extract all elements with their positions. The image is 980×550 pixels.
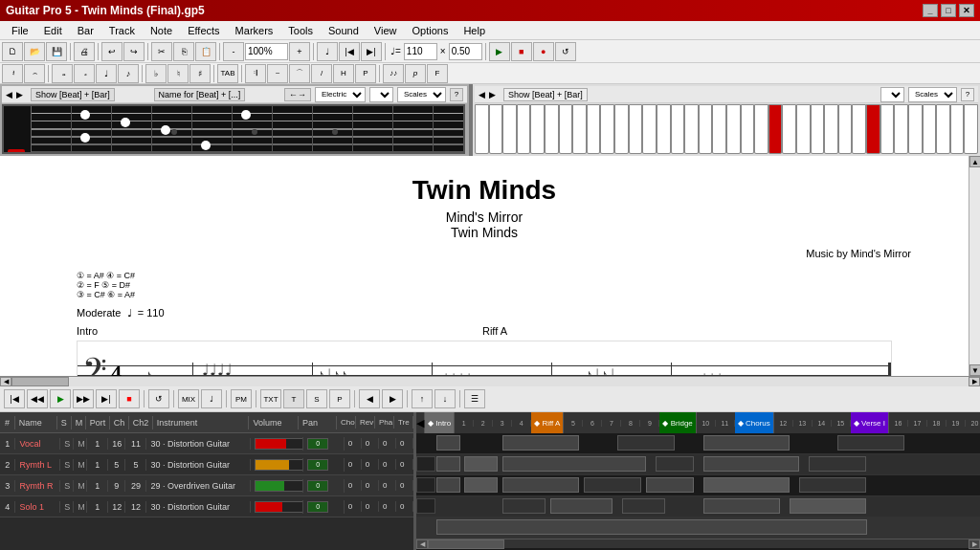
menu-tools[interactable]: Tools — [280, 23, 321, 38]
bt-t-btn[interactable]: T — [283, 389, 304, 408]
bt-stop-btn[interactable]: ■ — [119, 389, 140, 408]
track-2-m[interactable]: M — [74, 459, 87, 471]
track-4-volume[interactable]: 90 — [251, 500, 303, 514]
bt-up-btn[interactable]: ↑ — [412, 389, 433, 408]
prev-page-btn[interactable]: |◀ — [339, 42, 360, 61]
new-btn[interactable]: 🗋 — [2, 42, 23, 61]
natural-btn[interactable]: ♮ — [167, 64, 189, 83]
fb-info-btn[interactable]: ? — [450, 88, 463, 101]
menu-edit[interactable]: Edit — [36, 23, 70, 38]
track-4-s[interactable]: S — [60, 501, 74, 513]
repeat-btn[interactable]: 𝄇 — [245, 64, 266, 83]
piano-roll-blocks-3[interactable] — [416, 475, 980, 495]
fb-scale[interactable]: Scales — [397, 87, 446, 102]
fingering-btn[interactable]: F — [427, 64, 448, 83]
open-btn[interactable]: 📂 — [24, 42, 45, 61]
close-btn[interactable]: ✕ — [959, 4, 974, 17]
copy-btn[interactable]: ⎘ — [173, 42, 194, 61]
music-staff[interactable]: 𝄢 4 4 𝅘𝅥𝅯 ♩♩♩♩ ♪♩♪♪ ♩♩♩♩ ♪♩♪♩ ♩♩♩ — [77, 341, 892, 376]
half-note-btn[interactable]: 𝅗 — [74, 64, 95, 83]
piano-roll-blocks-4[interactable] — [416, 496, 980, 517]
bend-btn[interactable]: ⌒ — [289, 64, 310, 83]
hscroll-right-btn[interactable]: ▶ — [969, 377, 980, 386]
next-page-btn[interactable]: ▶| — [361, 42, 382, 61]
track-1-volume[interactable]: 90 — [251, 437, 303, 451]
scroll-down-btn[interactable]: ▼ — [969, 364, 980, 376]
track-4-pan[interactable]: 0 — [303, 500, 345, 514]
bt-col-btn[interactable]: ☰ — [464, 389, 485, 408]
redo-btn[interactable]: ↪ — [123, 42, 145, 61]
piano-keyboard[interactable] — [475, 104, 978, 154]
bt-play-btn[interactable]: ▶ — [50, 389, 71, 408]
loop-btn[interactable]: ↺ — [555, 42, 576, 61]
quarter-note-btn[interactable]: ♩ — [96, 64, 117, 83]
menu-bar[interactable]: Bar — [70, 23, 101, 38]
cut-btn[interactable]: ✂ — [151, 42, 172, 61]
record-btn[interactable]: ● — [533, 42, 554, 61]
hammer-btn[interactable]: H — [333, 64, 354, 83]
scroll-up-btn[interactable]: ▲ — [969, 156, 980, 167]
piano-roll-row-5[interactable] — [416, 517, 980, 539]
piano-roll-row-3[interactable] — [416, 475, 980, 496]
track-2-pan[interactable]: 0 — [303, 458, 345, 472]
speed-input[interactable] — [449, 43, 482, 60]
pn-prev-btn[interactable]: ◀ — [479, 90, 485, 99]
undo-btn[interactable]: ↩ — [101, 42, 122, 61]
timeline-scroll-track[interactable] — [428, 539, 969, 548]
track-1-s[interactable]: S — [60, 438, 74, 450]
bt-down-btn[interactable]: ↓ — [434, 389, 456, 408]
track-2-volume[interactable]: 90 — [251, 458, 303, 472]
bt-p-btn[interactable]: P — [329, 389, 350, 408]
timeline-prev-btn[interactable]: ◀ — [416, 412, 425, 433]
fretboard[interactable]: F# — [2, 104, 465, 154]
hscroll-thumb[interactable] — [11, 377, 69, 386]
track-3-m[interactable]: M — [74, 480, 87, 492]
score-area[interactable]: Twin Minds Mind's Mirror Twin Minds Musi… — [0, 156, 969, 376]
bt-s-btn[interactable]: S — [306, 389, 327, 408]
track-3-s[interactable]: S — [60, 480, 74, 492]
tie-btn[interactable]: ⌢ — [24, 64, 45, 83]
timeline-scroll-right[interactable]: ▶ — [969, 539, 980, 549]
menu-track[interactable]: Track — [101, 23, 143, 38]
menu-help[interactable]: Help — [456, 23, 493, 38]
track-2-s[interactable]: S — [60, 459, 74, 471]
tab-input-btn[interactable]: TAB — [217, 64, 238, 83]
print-btn[interactable]: 🖨 — [74, 42, 95, 61]
track-row[interactable]: 2 Rymth L S M 1 5 5 30 · Distortion Guit… — [0, 454, 413, 475]
pn-next-btn[interactable]: ▶ — [489, 90, 496, 99]
whole-note-btn[interactable]: 𝅝 — [52, 64, 73, 83]
note-page-btn[interactable]: ♩ — [317, 42, 338, 61]
bt-next-btn[interactable]: ▶| — [96, 389, 117, 408]
menu-effects[interactable]: Effects — [180, 23, 227, 38]
bt-rewind-btn[interactable]: ◀◀ — [27, 389, 48, 408]
fb-key[interactable]: D — [369, 87, 393, 102]
pull-btn[interactable]: P — [355, 64, 376, 83]
piano-roll-row-1[interactable] — [416, 433, 980, 454]
main-hscroll[interactable]: ◀ ▶ — [0, 376, 980, 385]
flat-btn[interactable]: ♭ — [145, 64, 167, 83]
bt-click-btn[interactable]: ♩ — [201, 389, 222, 408]
score-scrollbar[interactable]: ▲ ▼ — [969, 156, 980, 376]
bt-arr-prev-btn[interactable]: ◀ — [359, 389, 380, 408]
menu-markers[interactable]: Markers — [228, 23, 281, 38]
bt-pm-btn[interactable]: PM — [231, 389, 252, 408]
track-4-m[interactable]: M — [74, 501, 87, 513]
menu-view[interactable]: View — [367, 23, 405, 38]
menu-options[interactable]: Options — [405, 23, 457, 38]
zoom-out-btn[interactable]: - — [223, 42, 244, 61]
slide-btn[interactable]: / — [311, 64, 332, 83]
bt-prev-btn[interactable]: |◀ — [4, 389, 25, 408]
pn-key[interactable]: F — [880, 87, 904, 102]
hscroll-left-btn[interactable]: ◀ — [0, 377, 11, 386]
rest-btn[interactable]: 𝄽 — [2, 64, 23, 83]
track-3-pan[interactable]: 0 — [303, 479, 345, 493]
track-1-m[interactable]: M — [74, 438, 87, 450]
pn-scale[interactable]: Scales — [908, 87, 957, 102]
piano-roll-row-4[interactable] — [416, 496, 980, 517]
hscroll-track[interactable] — [11, 377, 969, 386]
zoom-input[interactable] — [245, 43, 288, 60]
chord-btn[interactable]: ♪♪ — [383, 64, 404, 83]
maximize-btn[interactable]: □ — [941, 4, 956, 17]
menu-note[interactable]: Note — [143, 23, 180, 38]
bt-arr-next-btn[interactable]: ▶ — [382, 389, 403, 408]
